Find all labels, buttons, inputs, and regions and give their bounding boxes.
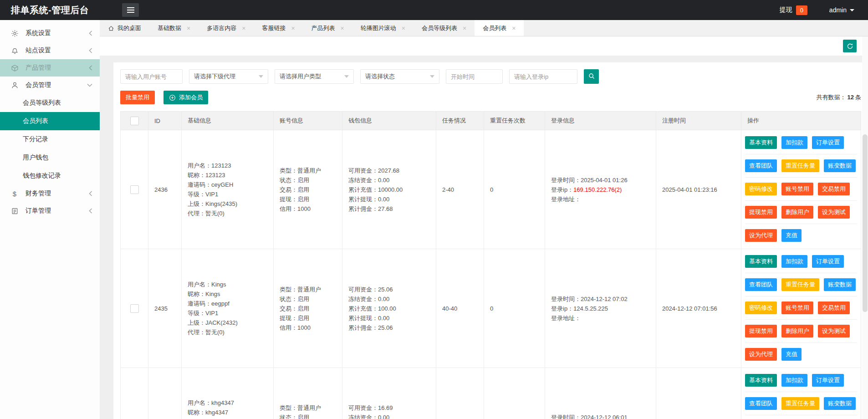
add-deduct-button[interactable]: 加扣款: [781, 374, 807, 387]
sidebar-item-downscore-records[interactable]: 下分记录: [0, 130, 100, 148]
col-account-info: 账号信息: [274, 112, 342, 130]
set-agent-button[interactable]: 设为代理: [745, 229, 777, 242]
recharge-button[interactable]: 充值: [781, 229, 802, 242]
action-group: 查看团队重置任务量账变数据: [745, 154, 857, 177]
status-select[interactable]: 请选择状态: [360, 69, 439, 84]
sub-item-label: 会员等级列表: [23, 99, 61, 107]
login-ip-line: 登录ip：124.5.25.225: [551, 304, 650, 313]
tab-member-level-list[interactable]: 会员等级列表×: [414, 20, 475, 36]
tab-multilanguage[interactable]: 多语言内容×: [199, 20, 254, 36]
reset-task-button[interactable]: 重置任务量: [781, 397, 819, 410]
sidebar-item-finance-management[interactable]: $ 财务管理: [0, 185, 100, 202]
sidebar: 系统设置 站点设置 产品管理 会员管理 会员等级列表 会员列表 下分记录: [0, 20, 100, 419]
disable-withdraw-button[interactable]: 提现禁用: [745, 206, 777, 219]
balance-changes-button[interactable]: 账变数据: [824, 278, 856, 291]
sidebar-item-site-settings[interactable]: 站点设置: [0, 42, 100, 59]
tab-product-list[interactable]: 产品列表×: [303, 20, 352, 36]
disable-trade-button[interactable]: 交易禁用: [818, 301, 850, 314]
action-group: 密码修改账号禁用交易禁用: [745, 415, 857, 419]
tab-service-link[interactable]: 客服链接×: [254, 20, 303, 36]
set-agent-button[interactable]: 设为代理: [745, 348, 777, 361]
set-test-button[interactable]: 设为测试: [818, 206, 850, 219]
sidebar-item-label: 系统设置: [26, 29, 51, 37]
close-icon[interactable]: ×: [341, 25, 344, 32]
tab-member-list[interactable]: 会员列表×: [475, 20, 524, 36]
start-time-input[interactable]: [446, 69, 503, 84]
change-password-button[interactable]: 密码修改: [745, 301, 777, 314]
recharge-button[interactable]: 充值: [781, 348, 802, 361]
sidebar-item-wallet-change-records[interactable]: 钱包修改记录: [0, 167, 100, 185]
user-icon: [10, 81, 19, 89]
admin-page: 排单系统-管理后台 提现 0 admin 系统设置: [0, 0, 868, 419]
cell-wallet-info-line: 累计提现：0.00: [348, 313, 430, 323]
cell-basic-info-line: 昵称：123123: [188, 170, 267, 180]
order-settings-button[interactable]: 订单设置: [812, 136, 844, 149]
close-icon[interactable]: ×: [187, 25, 190, 32]
basic-profile-button[interactable]: 基本资料: [745, 136, 777, 149]
action-group: 基本资料加扣款订单设置: [745, 369, 857, 392]
balance-changes-button[interactable]: 账变数据: [824, 397, 856, 410]
account-input[interactable]: [120, 69, 183, 84]
row-checkbox[interactable]: [130, 304, 139, 313]
delete-user-button[interactable]: 删除用户: [781, 325, 813, 337]
row-checkbox[interactable]: [130, 185, 139, 194]
member-list-card: 请选择下级代理 请选择用户类型 请选择状态 批量禁: [113, 62, 868, 419]
reset-task-button[interactable]: 重置任务量: [781, 278, 819, 291]
close-icon[interactable]: ×: [512, 25, 516, 32]
total-prefix: 共有数据：: [817, 94, 846, 101]
search-button[interactable]: [584, 69, 599, 84]
view-team-button[interactable]: 查看团队: [745, 159, 777, 172]
sidebar-item-member-management[interactable]: 会员管理: [0, 77, 100, 94]
top-bar: 排单系统-管理后台 提现 0 admin: [0, 0, 868, 20]
disable-account-button[interactable]: 账号禁用: [781, 301, 813, 314]
basic-profile-button[interactable]: 基本资料: [745, 374, 777, 387]
order-settings-button[interactable]: 订单设置: [812, 374, 844, 387]
view-team-button[interactable]: 查看团队: [745, 397, 777, 410]
sidebar-item-label: 站点设置: [26, 46, 51, 55]
tab-carousel-images[interactable]: 轮播图片滚动×: [352, 20, 414, 36]
refresh-button[interactable]: [843, 40, 857, 52]
close-icon[interactable]: ×: [463, 25, 466, 32]
close-icon[interactable]: ×: [402, 25, 405, 32]
change-password-button[interactable]: 密码修改: [745, 183, 777, 195]
tab-basic-data[interactable]: 基础数据×: [149, 20, 199, 36]
cell-basic-info-line: 用户名：khg4347: [188, 398, 267, 408]
withdraw-link[interactable]: 提现 0: [780, 5, 807, 15]
sidebar-item-member-list[interactable]: 会员列表: [0, 112, 100, 130]
cell-basic-info-line: 昵称：Kings: [188, 289, 267, 299]
cell-basic-info-line: 上级：Kings(2435): [188, 199, 267, 209]
sidebar-item-member-level-list[interactable]: 会员等级列表: [0, 94, 100, 112]
balance-changes-button[interactable]: 账变数据: [824, 159, 856, 172]
batch-disable-button[interactable]: 批量禁用: [120, 91, 155, 104]
add-member-button[interactable]: 添加会员: [163, 91, 208, 104]
sidebar-item-user-wallet[interactable]: 用户钱包: [0, 148, 100, 167]
disable-withdraw-button[interactable]: 提现禁用: [745, 325, 777, 337]
disable-account-button[interactable]: 账号禁用: [781, 183, 813, 195]
add-deduct-button[interactable]: 加扣款: [781, 136, 807, 149]
reset-task-button[interactable]: 重置任务量: [781, 159, 819, 172]
set-test-button[interactable]: 设为测试: [818, 325, 850, 337]
close-icon[interactable]: ×: [291, 25, 295, 32]
disable-trade-button[interactable]: 交易禁用: [818, 183, 850, 195]
login-ip-input[interactable]: [509, 69, 577, 84]
add-deduct-button[interactable]: 加扣款: [781, 255, 807, 268]
tab-my-desktop[interactable]: 我的桌面: [100, 20, 149, 36]
basic-profile-button[interactable]: 基本资料: [745, 255, 777, 268]
menu-toggle-button[interactable]: [122, 3, 139, 17]
user-menu[interactable]: admin: [829, 6, 854, 14]
select-all-checkbox[interactable]: [130, 117, 139, 125]
scrollbar-thumb[interactable]: [863, 134, 868, 312]
sidebar-item-system-settings[interactable]: 系统设置: [0, 25, 100, 42]
cell-login-info: 登录时间：2025-04-01 01:26登录ip：169.150.222.76…: [545, 130, 656, 249]
sidebar-item-order-management[interactable]: 订单管理: [0, 202, 100, 220]
order-settings-button[interactable]: 订单设置: [812, 255, 844, 268]
close-icon[interactable]: ×: [242, 25, 245, 32]
cell-reset-count: 0: [484, 249, 545, 368]
view-team-button[interactable]: 查看团队: [745, 278, 777, 291]
cell-account-info-line: 状态：启用: [280, 175, 336, 185]
delete-user-button[interactable]: 删除用户: [781, 206, 813, 219]
user-type-select[interactable]: 请选择用户类型: [275, 69, 354, 84]
cell-login-info: 登录时间：2024-12-12 07:02登录ip：124.5.25.225登录…: [545, 249, 656, 368]
agent-select[interactable]: 请选择下级代理: [189, 69, 268, 84]
sidebar-item-product-management[interactable]: 产品管理: [0, 59, 100, 77]
